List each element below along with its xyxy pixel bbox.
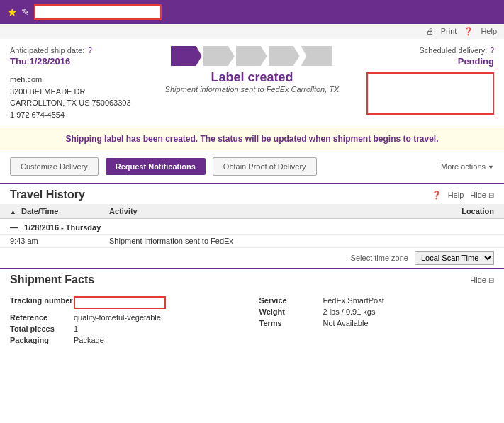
service-value: FedEx SmartPost [323,296,384,305]
edit-icon[interactable]: ✎ [21,6,30,18]
arrow-4 [269,46,300,66]
fact-tracking: Tracking number [10,296,245,310]
travel-activity: Shipment information sent to FedEx [99,235,396,248]
fact-packaging: Packaging Package [10,336,245,344]
scheduled-label: Scheduled delivery: [419,46,487,55]
facts-right: Service FedEx SmartPost Weight 2 lbs / 0… [259,296,495,347]
star-icon[interactable]: ★ [7,6,17,19]
customize-delivery-button[interactable]: Customize Delivery [10,157,99,176]
terms-label: Terms [259,319,323,327]
scheduled-box [366,72,494,115]
travel-time: 9:43 am [0,235,99,248]
scheduled-status: Pending [352,56,494,67]
ship-date: Thu 1/28/2016 [10,56,152,67]
arrow-2 [203,46,235,66]
anticipated-help-icon[interactable]: ? [88,47,92,55]
fact-reference: Reference quality-forceful-vegetable [10,313,245,322]
help-icon: ❓ [464,27,474,36]
status-sub: Shipment information sent to FedEx Carro… [152,85,352,94]
city: CARROLLTON, TX US 750063303 [10,97,152,109]
shipment-facts-title: Shipment Facts [10,273,94,286]
table-row: 9:43 am Shipment information sent to Fed… [0,235,504,248]
help-icon-th: ❓ [432,191,442,199]
pieces-value: 1 [74,325,78,333]
ship-middle: Label created Shipment information sent … [152,46,352,94]
reference-value: quality-forceful-vegetable [74,313,161,322]
travel-location-date [396,219,504,235]
travel-history-title: Travel History [10,188,85,201]
action-row: Customize Delivery Request Notifications… [0,150,504,183]
travel-date: — 1/28/2016 - Thursday [0,219,396,235]
service-label: Service [259,296,323,305]
phone: 1 972 674-4554 [10,109,152,121]
packaging-value: Package [74,336,104,344]
pieces-label: Total pieces [10,325,74,333]
top-utility-bar: 🖨 Print ❓ Help [0,24,504,39]
timezone-label: Select time zone [351,254,408,262]
header-bar: ★ ✎ [0,0,504,24]
facts-grid: Tracking number Reference quality-forcef… [0,289,504,354]
fact-service: Service FedEx SmartPost [259,296,495,305]
more-actions-dropdown[interactable]: More actions ▼ [441,162,494,171]
travel-history-hide[interactable]: Hide [470,191,486,199]
shipment-facts-hide[interactable]: Hide [470,276,486,284]
ship-right: Scheduled delivery: ? Pending [352,46,494,115]
travel-history-header: Travel History ❓ Help Hide ⊟ [0,183,504,204]
sort-arrow[interactable]: ▲ [10,208,16,215]
packaging-label: Packaging [10,336,74,344]
address-block: meh.com 3200 BELMEADE DR CARROLLTON, TX … [10,74,152,120]
terms-value: Not Available [323,319,369,327]
arrow-1 [171,46,202,66]
company-name: meh.com [10,74,152,86]
fact-weight: Weight 2 lbs / 0.91 kgs [259,308,495,316]
travel-location [396,235,504,248]
alert-banner: Shipping label has been created. The sta… [0,128,504,150]
status-label: Label created [152,70,352,85]
weight-label: Weight [259,308,323,316]
col-location: Location [396,204,504,219]
anticipated-label: Anticipated ship date: ? [10,46,152,55]
help-link[interactable]: Help [481,27,497,36]
col-datetime: ▲ Date/Time [0,204,99,219]
arrow-3 [236,46,267,66]
print-link[interactable]: Print [441,27,457,36]
scheduled-help-icon[interactable]: ? [490,47,494,55]
travel-history-controls: ❓ Help Hide ⊟ [432,191,494,200]
shipment-facts-header: Shipment Facts Hide ⊟ [0,268,504,289]
obtain-proof-button[interactable]: Obtain Proof of Delivery [213,157,317,176]
facts-left: Tracking number Reference quality-forcef… [10,296,245,347]
tracking-label: Tracking number [10,296,74,310]
progress-arrows [152,46,352,66]
request-notifications-button[interactable]: Request Notifications [106,158,206,175]
table-row-date: — 1/28/2016 - Thursday [0,219,504,235]
hide-icon: ⊟ [488,191,494,199]
fact-pieces: Total pieces 1 [10,325,245,333]
arrow-5 [301,46,332,66]
fact-terms: Terms Not Available [259,319,495,327]
col-activity: Activity [99,204,396,219]
reference-label: Reference [10,313,74,322]
header-input[interactable] [34,4,162,20]
hide-icon-sf: ⊟ [488,276,494,284]
timezone-select[interactable]: Local Scan Time [415,251,494,265]
tracking-box [74,296,166,309]
more-actions-caret: ▼ [488,164,494,171]
tracking-value [74,296,166,310]
travel-history-table: ▲ Date/Time Activity Location — 1/28/201… [0,204,504,248]
shipment-facts-controls: Hide ⊟ [466,276,494,284]
shipment-info-section: Anticipated ship date: ? Thu 1/28/2016 m… [0,39,504,128]
weight-value: 2 lbs / 0.91 kgs [323,308,376,316]
travel-history-help[interactable]: Help [448,191,464,199]
timezone-row: Select time zone Local Scan Time [0,248,504,268]
print-icon: 🖨 [426,27,434,36]
ship-left: Anticipated ship date: ? Thu 1/28/2016 m… [10,46,152,120]
street: 3200 BELMEADE DR [10,86,152,98]
